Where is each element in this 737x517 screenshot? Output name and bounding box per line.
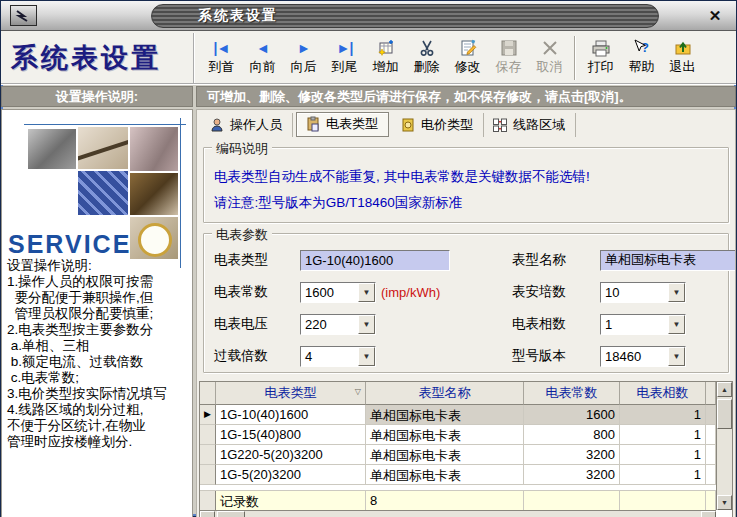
grid-cell: 800: [524, 425, 620, 445]
scroll-up-icon[interactable]: ▲: [717, 382, 732, 397]
combo-arrow-icon: ▼: [668, 315, 685, 334]
photo-metal: [130, 127, 178, 171]
svg-text:?: ?: [641, 40, 649, 55]
photo-keyboard: [78, 171, 128, 215]
price-book-icon: [400, 117, 416, 133]
window: 系统表设置 ✕ 系统表设置 |◄ 到首 ◄ 向前 ► 向后 ►| 到尾: [0, 0, 737, 517]
scroll-left-icon[interactable]: ◄: [200, 511, 215, 517]
decor-line-horizontal: [24, 124, 186, 125]
vertical-scroll-thumb[interactable]: [717, 399, 732, 429]
grid-cell: 1: [620, 425, 706, 445]
phase-label: 电表相数: [512, 315, 600, 333]
grid-cell: 单相国标电卡表: [366, 465, 524, 485]
grid-cell: 3200: [524, 465, 620, 485]
last-button[interactable]: ►| 到尾: [324, 34, 365, 82]
current-row-marker-icon: ▶: [200, 405, 216, 425]
cancel-button: 取消: [529, 34, 570, 82]
save-icon: [499, 37, 519, 59]
grid-cell: 1G-15(40)800: [216, 425, 366, 445]
app-icon[interactable]: [10, 5, 37, 26]
record-count-label: 记录数: [216, 491, 366, 510]
next-button[interactable]: ► 向后: [283, 34, 324, 82]
vertical-scrollbar[interactable]: ▲ ▼: [716, 382, 732, 510]
titlebar: 系统表设置 ✕: [1, 1, 736, 31]
column-header-meter-type[interactable]: 电表类型 ▽: [216, 382, 366, 405]
overload-combobox[interactable]: 4 ▼: [300, 346, 376, 367]
tab-operators[interactable]: 操作人员: [201, 113, 293, 137]
ampere-label: 表安培数: [512, 283, 600, 301]
scroll-down-icon[interactable]: ▼: [717, 495, 732, 510]
column-header-phase[interactable]: 电表相数: [620, 382, 706, 405]
model-name-label: 表型名称: [512, 251, 600, 269]
grid-cell: 3200: [524, 445, 620, 465]
grid-cell-filler: [706, 445, 716, 465]
grid-cell: 单相国标电卡表: [366, 445, 524, 465]
combo-arrow-icon: ▼: [358, 347, 375, 366]
combo-arrow-icon: ▼: [358, 283, 375, 302]
toolbar-row: 系统表设置 |◄ 到首 ◄ 向前 ► 向后 ►| 到尾: [1, 31, 736, 85]
model-name-input[interactable]: [600, 250, 736, 271]
add-button[interactable]: 增加: [365, 34, 406, 82]
decor-line-vertical: [180, 118, 181, 268]
meter-type-table: 电表类型 ▽ 表型名称 电表常数 电表相数: [199, 381, 733, 517]
grid-cell: 单相国标电卡表: [366, 405, 524, 425]
table-row[interactable]: 1G-15(40)800 单相国标电卡表 800 1: [200, 425, 716, 445]
person-icon: [209, 117, 225, 133]
meter-params-title: 电表参数: [212, 226, 272, 244]
page-title: 系统表设置: [11, 40, 161, 76]
tab-meter-type[interactable]: 电表类型: [296, 112, 389, 137]
sidebar-instructions: 设置操作说明: 1.操作人员的权限可按需 要分配便于兼职操作,但 管理员权限分配…: [7, 258, 191, 450]
grid-cell: 1: [620, 465, 706, 485]
add-icon: [376, 37, 396, 59]
tab-price-type[interactable]: 电价类型: [392, 113, 484, 137]
meter-type-input[interactable]: [300, 250, 450, 271]
grid-cell: 单相国标电卡表: [366, 425, 524, 445]
horizontal-scrollbar[interactable]: ◄ ►: [200, 510, 716, 517]
hint-bar: 可增加、删除、修改各类型后请进行保存，如不保存修改，请点击[取消]。: [196, 86, 736, 107]
help-icon: ?: [632, 37, 652, 59]
phase-combobox[interactable]: 1 ▼: [600, 314, 686, 335]
edit-button[interactable]: 修改: [447, 34, 488, 82]
app-logo-icon: [15, 9, 33, 23]
column-header-constant[interactable]: 电表常数: [524, 382, 620, 405]
main-panel: 操作人员 电表类型 电价类型: [196, 109, 736, 517]
version-combobox[interactable]: 18460 ▼: [600, 346, 686, 367]
delete-button[interactable]: 删除: [406, 34, 447, 82]
toolbar-separator: [574, 36, 576, 80]
constant-combobox[interactable]: 1600 ▼: [300, 282, 376, 303]
ampere-combobox[interactable]: 10 ▼: [600, 282, 686, 303]
constant-unit: (imp/kWh): [381, 285, 440, 300]
grid-cell: 1G-10(40)1600: [216, 405, 366, 425]
header-filler: [706, 382, 716, 405]
photo-pocket-watch: [130, 217, 178, 259]
table-header-row: 电表类型 ▽ 表型名称 电表常数 电表相数: [200, 382, 716, 405]
title-pill: 系统表设置: [151, 4, 659, 28]
voltage-combobox[interactable]: 220 ▼: [300, 314, 376, 335]
grid-cell: 1G220-5(20)3200: [216, 445, 366, 465]
record-count-row: 记录数 8: [200, 491, 716, 510]
column-header-model-name[interactable]: 表型名称: [366, 382, 524, 405]
prev-button[interactable]: ◄ 向前: [242, 34, 283, 82]
clipboard-icon: [305, 116, 321, 132]
table-row[interactable]: ▶ 1G-10(40)1600 单相国标电卡表 1600 1: [200, 405, 716, 425]
meter-params-groupbox: 电表参数 电表类型 表型名称 电表常数 1600 ▼: [203, 233, 729, 373]
horizontal-scroll-thumb[interactable]: [217, 511, 245, 517]
close-button[interactable]: ✕: [706, 7, 724, 25]
version-label: 型号版本: [512, 347, 600, 365]
scissors-icon: [417, 37, 437, 59]
tab-line-area[interactable]: 线路区域: [484, 113, 576, 137]
print-button[interactable]: 打印: [580, 34, 621, 82]
first-button[interactable]: |◄ 到首: [201, 34, 242, 82]
meter-type-label: 电表类型: [214, 251, 300, 269]
grid-cell-filler: [706, 425, 716, 445]
coding-note-line2: 请注意:型号版本为GB/T18460国家新标准: [214, 190, 720, 216]
sidebar-header: 设置操作说明:: [1, 86, 193, 107]
table-row[interactable]: 1G-5(20)3200 单相国标电卡表 3200 1: [200, 465, 716, 485]
scroll-right-icon[interactable]: ►: [701, 511, 716, 517]
grid-cell-filler: [706, 405, 716, 425]
sort-indicator-icon: ▽: [355, 387, 361, 396]
help-button[interactable]: ? 帮助: [621, 34, 662, 82]
table-row[interactable]: 1G220-5(20)3200 单相国标电卡表 3200 1: [200, 445, 716, 465]
exit-button[interactable]: 退出: [662, 34, 703, 82]
grid-cell-filler: [706, 465, 716, 485]
